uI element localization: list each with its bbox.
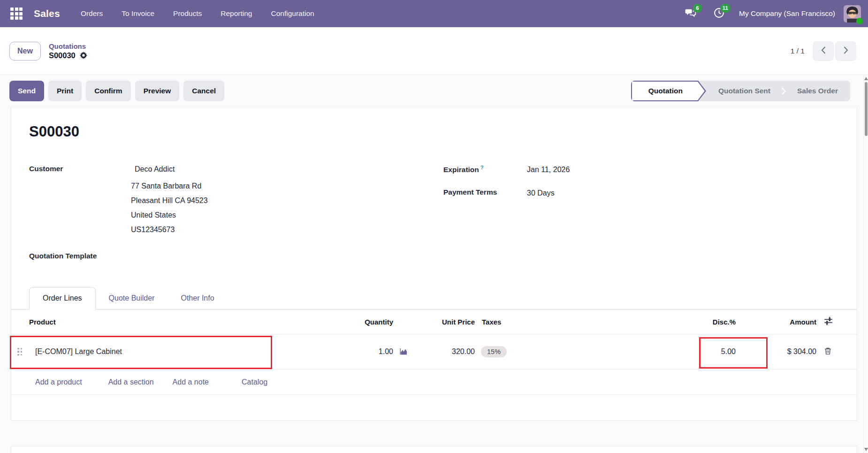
address-line: United States bbox=[131, 208, 208, 222]
confirm-button[interactable]: Confirm bbox=[86, 81, 130, 101]
column-taxes: Taxes bbox=[476, 318, 574, 326]
breadcrumb-current-label: S00030 bbox=[49, 51, 76, 60]
cell-quantity[interactable]: 1.00 bbox=[274, 347, 396, 356]
pager: 1 / 1 bbox=[791, 41, 856, 61]
trash-icon bbox=[824, 347, 832, 357]
column-product: Product bbox=[28, 318, 274, 326]
pager-next-button[interactable] bbox=[835, 41, 856, 61]
tax-badge[interactable]: 15% bbox=[481, 346, 507, 357]
column-amount: Amount bbox=[737, 318, 817, 326]
delete-row-button[interactable] bbox=[817, 347, 857, 357]
cell-unit-price[interactable]: 320.00 bbox=[417, 347, 476, 356]
order-lines-header: Product Quantity Unit Price Taxes Disc.%… bbox=[11, 310, 857, 334]
chatter-sheet bbox=[11, 446, 857, 453]
print-button[interactable]: Print bbox=[48, 81, 82, 101]
customer-address: 77 Santa Barbara Rd Pleasant Hill CA 945… bbox=[131, 179, 208, 237]
activities-button[interactable]: 11 bbox=[713, 7, 725, 21]
gear-icon[interactable] bbox=[80, 52, 87, 59]
address-line: US12345673 bbox=[131, 222, 208, 237]
new-button[interactable]: New bbox=[9, 42, 41, 60]
breadcrumb-current: S00030 bbox=[49, 51, 87, 60]
menu-reporting[interactable]: Reporting bbox=[221, 9, 252, 18]
payment-terms-field[interactable]: 30 Days bbox=[527, 189, 555, 197]
menu-configuration[interactable]: Configuration bbox=[271, 9, 314, 18]
expiration-date-field[interactable]: Jan 11, 2026 bbox=[527, 166, 570, 174]
notebook-tabs: Order Lines Quote Builder Other Info bbox=[11, 287, 857, 310]
activities-badge: 11 bbox=[720, 4, 731, 13]
status-bar: Quotation Quotation Sent Sales Order bbox=[631, 81, 850, 101]
add-section-link[interactable]: Add a section bbox=[108, 378, 154, 386]
scroll-up-arrow[interactable] bbox=[864, 77, 868, 80]
menu-orders[interactable]: Orders bbox=[81, 9, 103, 18]
menu-products[interactable]: Products bbox=[173, 9, 202, 18]
menu-to-invoice[interactable]: To Invoice bbox=[122, 9, 154, 18]
chevron-right-icon bbox=[843, 46, 849, 56]
catalog-link[interactable]: Catalog bbox=[242, 378, 267, 386]
form-sheet: S00030 Customer Deco Addict 77 Santa Bar… bbox=[11, 107, 857, 421]
vertical-scrollbar[interactable] bbox=[863, 75, 868, 453]
scrollbar-thumb[interactable] bbox=[865, 82, 868, 136]
top-navbar: Sales Orders To Invoice Products Reporti… bbox=[0, 0, 868, 27]
column-unit-price: Unit Price bbox=[417, 318, 476, 326]
address-line: 77 Santa Barbara Rd bbox=[131, 179, 208, 193]
address-line: Pleasant Hill CA 94523 bbox=[131, 193, 208, 208]
status-step-quotation-sent[interactable]: Quotation Sent bbox=[706, 81, 783, 101]
quotation-template-label: Quotation Template bbox=[29, 252, 97, 260]
column-quantity: Quantity bbox=[274, 318, 396, 326]
preview-button[interactable]: Preview bbox=[135, 81, 180, 101]
customer-label: Customer bbox=[29, 165, 63, 173]
pager-counter: 1 / 1 bbox=[791, 47, 805, 55]
tab-other-info[interactable]: Other Info bbox=[168, 287, 227, 309]
control-panel: New Quotations S00030 1 / 1 bbox=[0, 27, 868, 75]
order-lines-footer: Add a product Add a section Add a note C… bbox=[11, 370, 857, 395]
expiration-label: Expiration? bbox=[443, 165, 484, 174]
help-question-icon[interactable]: ? bbox=[480, 165, 484, 170]
company-switcher[interactable]: My Company (San Francisco) bbox=[739, 9, 835, 18]
breadcrumb-quotations-link[interactable]: Quotations bbox=[49, 42, 87, 50]
cell-discount[interactable]: 5.00 bbox=[574, 347, 737, 356]
drag-handle[interactable] bbox=[17, 348, 22, 356]
cancel-button[interactable]: Cancel bbox=[183, 81, 224, 101]
online-status-dot bbox=[856, 18, 863, 24]
payment-terms-label: Payment Terms bbox=[443, 188, 497, 196]
record-title[interactable]: S00030 bbox=[29, 123, 79, 140]
column-disc: Disc.% bbox=[574, 318, 737, 326]
send-button[interactable]: Send bbox=[9, 81, 44, 101]
cell-taxes: 15% bbox=[476, 346, 574, 357]
forecast-chart-icon[interactable] bbox=[396, 347, 417, 356]
sliders-icon bbox=[824, 317, 833, 327]
add-note-link[interactable]: Add a note bbox=[173, 378, 209, 386]
tab-order-lines[interactable]: Order Lines bbox=[29, 287, 96, 310]
customer-name-field[interactable]: Deco Addict bbox=[135, 165, 175, 174]
cell-amount: $ 304.00 bbox=[737, 347, 817, 356]
chevron-left-icon bbox=[821, 46, 826, 56]
action-bar: Send Print Confirm Preview Cancel Quotat… bbox=[0, 75, 868, 107]
cell-product[interactable]: [E-COM07] Large Cabinet bbox=[28, 347, 274, 356]
main-menu: Orders To Invoice Products Reporting Con… bbox=[81, 9, 314, 18]
breadcrumb: Quotations S00030 bbox=[49, 42, 87, 60]
messages-button[interactable]: 6 bbox=[685, 7, 696, 21]
pager-previous-button[interactable] bbox=[813, 41, 834, 61]
apps-grid-icon[interactable] bbox=[10, 8, 23, 20]
order-line-row: [E-COM07] Large Cabinet 1.00 320.00 15% … bbox=[11, 334, 857, 370]
app-name-sales[interactable]: Sales bbox=[34, 8, 60, 19]
status-step-quotation[interactable]: Quotation bbox=[631, 81, 706, 101]
navbar-right: 6 11 My Company (San Francisco) bbox=[668, 5, 861, 23]
messages-badge: 6 bbox=[693, 4, 702, 13]
status-step-sales-order[interactable]: Sales Order bbox=[785, 81, 850, 101]
user-avatar[interactable] bbox=[844, 5, 861, 23]
optional-columns-button[interactable] bbox=[817, 317, 857, 327]
scroll-down-arrow[interactable] bbox=[864, 448, 868, 451]
add-product-link[interactable]: Add a product bbox=[35, 378, 82, 386]
tab-quote-builder[interactable]: Quote Builder bbox=[96, 287, 168, 309]
